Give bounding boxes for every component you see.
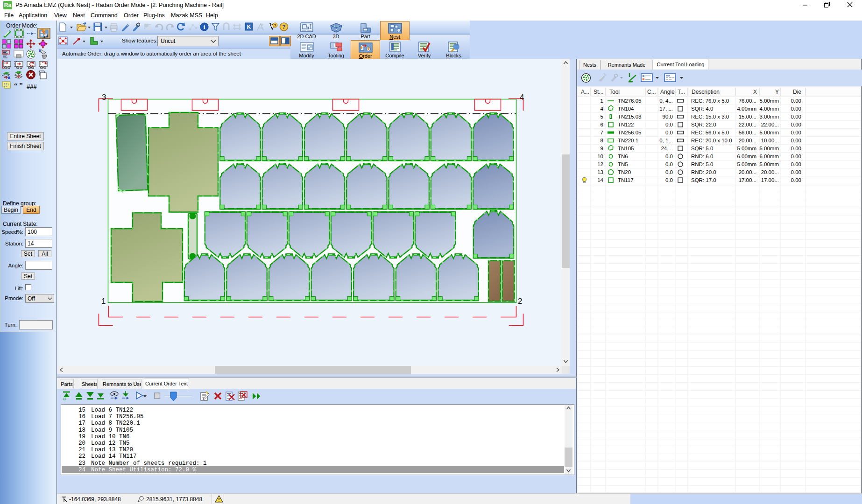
svg-text:3: 3 xyxy=(102,93,106,102)
svg-text:6.00mm: 6.00mm xyxy=(759,154,779,159)
svg-text:REC: 20.0 x 10.0: REC: 20.0 x 10.0 xyxy=(691,138,732,143)
svg-text:A...: A... xyxy=(581,89,589,95)
svg-text:20.00...: 20.00... xyxy=(739,138,756,143)
svg-text:4.00mm: 4.00mm xyxy=(759,106,779,112)
svg-text:1: 1 xyxy=(601,98,603,104)
svg-text:7: 7 xyxy=(601,130,603,135)
svg-text:TN6: TN6 xyxy=(618,154,628,159)
svg-text:?: ? xyxy=(282,24,285,30)
svg-text:3.00mm: 3.00mm xyxy=(759,114,779,119)
svg-text:0.00: 0.00 xyxy=(791,130,801,135)
svg-text:15.00...: 15.00... xyxy=(739,114,756,119)
svg-text:90.0: 90.0 xyxy=(663,114,673,119)
svg-text:0.0: 0.0 xyxy=(665,130,673,135)
svg-text:0.00: 0.00 xyxy=(791,154,801,159)
svg-text:TN20: TN20 xyxy=(618,169,631,175)
svg-text:10: 10 xyxy=(597,154,603,159)
svg-text:5.00mm: 5.00mm xyxy=(737,161,756,167)
svg-text:RND: 5.0: RND: 5.0 xyxy=(691,161,713,167)
svg-text:20.00...: 20.00... xyxy=(761,169,779,175)
svg-text:TN117: TN117 xyxy=(618,177,634,183)
svg-text:0.00: 0.00 xyxy=(791,138,801,143)
svg-text:22.00...: 22.00... xyxy=(761,122,779,127)
svg-text:“ ”: “ ” xyxy=(14,82,23,89)
svg-text:8: 8 xyxy=(601,138,603,143)
svg-text:?: ? xyxy=(274,23,276,28)
svg-text:20.00...: 20.00... xyxy=(739,169,756,175)
svg-text:RND: 6.0: RND: 6.0 xyxy=(691,154,713,159)
svg-text:SQR: 4.0: SQR: 4.0 xyxy=(691,106,713,112)
svg-text:TN215.03: TN215.03 xyxy=(618,114,642,119)
svg-text:REC: 15.0 x 3.0: REC: 15.0 x 3.0 xyxy=(691,114,729,119)
svg-text:K: K xyxy=(247,24,251,30)
svg-text:5.00mm: 5.00mm xyxy=(759,161,779,167)
svg-text:76.00...: 76.00... xyxy=(739,98,756,104)
svg-text:SQR: 5.0: SQR: 5.0 xyxy=(691,146,713,151)
svg-text:C...: C... xyxy=(647,89,656,95)
svg-text:X: X xyxy=(753,89,757,95)
svg-text:i: i xyxy=(204,23,205,30)
svg-text:TN105: TN105 xyxy=(618,146,634,151)
svg-text:TN122: TN122 xyxy=(618,122,634,127)
svg-text:0.00: 0.00 xyxy=(791,106,801,112)
svg-text:5.00mm: 5.00mm xyxy=(759,98,779,104)
svg-text:0, 1...: 0, 1... xyxy=(659,138,673,143)
svg-text:56.00...: 56.00... xyxy=(739,130,756,135)
svg-text:0.0: 0.0 xyxy=(665,154,673,159)
svg-text:Y: Y xyxy=(775,89,779,95)
svg-text:5.00mm: 5.00mm xyxy=(759,146,779,151)
svg-text:###: ### xyxy=(27,83,37,90)
svg-text:0.00: 0.00 xyxy=(791,169,801,175)
svg-text:SQR: 22.0: SQR: 22.0 xyxy=(691,122,716,127)
svg-text:6: 6 xyxy=(601,122,603,127)
svg-text:0.0: 0.0 xyxy=(665,161,673,167)
svg-text:0.0: 0.0 xyxy=(665,177,673,183)
svg-text:0.00: 0.00 xyxy=(791,161,801,167)
svg-text:0.00: 0.00 xyxy=(791,122,801,127)
svg-text:5: 5 xyxy=(601,114,603,119)
svg-text:5.00mm: 5.00mm xyxy=(759,130,779,135)
svg-text:REC: 56.0 x 5.0: REC: 56.0 x 5.0 xyxy=(691,130,729,135)
svg-text:4: 4 xyxy=(601,106,604,112)
svg-text:0.00: 0.00 xyxy=(791,177,801,183)
svg-text:0.0: 0.0 xyxy=(665,122,673,127)
svg-text:TN5: TN5 xyxy=(618,161,628,167)
svg-text:5.00mm: 5.00mm xyxy=(737,146,756,151)
svg-text:Tool: Tool xyxy=(609,89,620,95)
svg-text:4: 4 xyxy=(520,93,524,102)
svg-text:4.00mm: 4.00mm xyxy=(737,106,756,112)
svg-text:0.00: 0.00 xyxy=(791,114,801,119)
svg-text:RND: 20.0: RND: 20.0 xyxy=(691,169,716,175)
svg-text:0.00: 0.00 xyxy=(791,146,801,151)
svg-text:Die: Die xyxy=(793,89,801,95)
svg-text:TN104: TN104 xyxy=(618,106,634,112)
svg-text:22.00...: 22.00... xyxy=(739,122,756,127)
svg-text:2: 2 xyxy=(518,297,522,306)
svg-text:T...: T... xyxy=(678,89,685,95)
svg-text:10.00...: 10.00... xyxy=(761,138,779,143)
svg-text:24....: 24.... xyxy=(661,146,673,151)
svg-text:6.00mm: 6.00mm xyxy=(737,154,756,159)
svg-text:9: 9 xyxy=(601,146,603,151)
svg-text:Description: Description xyxy=(692,89,720,95)
svg-text:17, ...: 17, ... xyxy=(659,106,673,112)
svg-text:14: 14 xyxy=(597,177,603,183)
svg-text:SQR: 17.0: SQR: 17.0 xyxy=(691,177,716,183)
svg-text:17.00...: 17.00... xyxy=(761,177,779,183)
svg-text:13: 13 xyxy=(597,169,603,175)
svg-text:1: 1 xyxy=(101,297,106,306)
svg-text:TN256.05: TN256.05 xyxy=(618,130,642,135)
svg-text:TN220.1: TN220.1 xyxy=(618,138,638,143)
svg-text:12: 12 xyxy=(597,161,603,167)
svg-text:0, 4...: 0, 4... xyxy=(659,98,673,104)
svg-text:REC: 76.0 x 5.0: REC: 76.0 x 5.0 xyxy=(691,98,729,104)
svg-text:17.00...: 17.00... xyxy=(739,177,756,183)
svg-text:St...: St... xyxy=(594,89,603,95)
svg-text:0.00: 0.00 xyxy=(791,98,801,104)
svg-text:Angle: Angle xyxy=(660,89,675,95)
svg-text:0.0: 0.0 xyxy=(665,169,673,175)
svg-text:TN276.05: TN276.05 xyxy=(618,98,642,104)
